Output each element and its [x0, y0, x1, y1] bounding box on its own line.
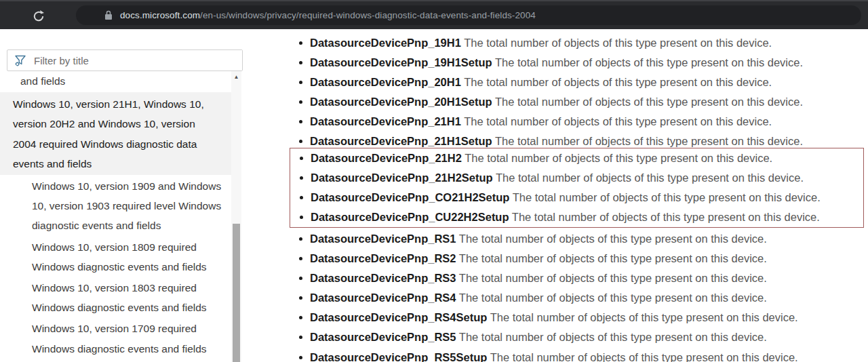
bullet-icon — [299, 257, 302, 260]
event-desc: The total number of objects of this type… — [495, 135, 803, 147]
event-desc: The total number of objects of this type… — [490, 311, 798, 323]
toc-item-1803[interactable]: Windows 10, version 1803 required Window… — [0, 278, 231, 317]
bullet-icon — [299, 296, 302, 300]
bullet-icon — [299, 41, 302, 45]
url-path: /en-us/windows/privacy/required-windows-… — [200, 10, 536, 20]
url-domain: docs.microsoft.com — [120, 10, 200, 20]
list-item: DatasourceDevicePnp_21H1 The total numbe… — [298, 112, 868, 132]
scrollbar-up-arrow-icon[interactable]: ▲ — [231, 71, 241, 83]
toc-item-selected-21h1[interactable]: Windows 10, version 21H1, Windows 10, ve… — [0, 92, 231, 175]
event-desc: The total number of objects of this type… — [513, 191, 821, 203]
bullet-icon — [299, 140, 302, 143]
toc-item-line: Windows diagnostic events and fields — [32, 339, 231, 359]
bullet-icon — [300, 176, 303, 180]
event-name: DatasourceDevicePnp_21H1 — [310, 115, 461, 127]
toc-item-partial[interactable]: and fields — [20, 71, 231, 91]
event-desc: The total number of objects of this type… — [459, 331, 767, 343]
event-name: DatasourceDevicePnp_RS1 — [310, 233, 456, 245]
toc-item-line: version 20H2 and Windows 10, version — [13, 114, 227, 134]
event-desc: The total number of objects of this type… — [459, 252, 767, 264]
list-item: DatasourceDevicePnp_20H1Setup The total … — [298, 92, 868, 112]
filter-input[interactable] — [34, 50, 242, 71]
list-item-highlighted: DatasourceDevicePnp_CO21H2Setup The tota… — [299, 188, 863, 207]
bullet-icon — [299, 81, 302, 84]
scrollbar-thumb[interactable] — [233, 224, 240, 362]
toc-item-1709[interactable]: Windows 10, version 1709 required Window… — [0, 319, 231, 358]
toc-item-1909[interactable]: Windows 10, version 1909 and Windows 10,… — [0, 176, 231, 236]
event-name: DatasourceDevicePnp_21H1Setup — [310, 135, 492, 147]
event-desc: The total number of objects of this type… — [464, 115, 772, 127]
bullet-icon — [299, 356, 302, 359]
filter-box[interactable] — [7, 49, 243, 71]
event-name: DatasourceDevicePnp_RS3 — [310, 272, 456, 284]
content-area: DatasourceDevicePnp_19H1 The total numbe… — [290, 29, 868, 362]
event-name: DatasourceDevicePnp_RS2 — [310, 252, 456, 264]
bullet-icon — [299, 277, 302, 280]
toc-list: and fields Windows 10, version 21H1, Win… — [0, 71, 231, 362]
bullet-icon — [300, 196, 303, 199]
list-item: DatasourceDevicePnp_19H1Setup The total … — [298, 53, 868, 73]
url-text: docs.microsoft.com/en-us/windows/privacy… — [120, 10, 536, 20]
bullet-icon — [299, 237, 302, 241]
event-desc: The total number of objects of this type… — [465, 152, 772, 164]
toc-item-line: Windows 10, version 1709 required — [32, 319, 231, 338]
toc-item-line: Windows diagnostic events and fields — [32, 257, 231, 277]
filter-funnel-icon — [14, 54, 28, 68]
toc-item-line: Windows 10, version 1803 required — [32, 278, 231, 298]
event-desc: The total number of objects of this type… — [496, 172, 804, 184]
event-desc: The total number of objects of this type… — [459, 233, 767, 245]
event-list: DatasourceDevicePnp_19H1 The total numbe… — [290, 29, 868, 362]
bullet-icon — [299, 120, 302, 123]
toc-item-line: Windows 10, version 21H1, Windows 10, — [13, 94, 227, 114]
event-name: DatasourceDevicePnp_CU22H2Setup — [311, 211, 509, 223]
event-name: DatasourceDevicePnp_20H1 — [310, 76, 461, 88]
toc-scrollbar[interactable]: ▲ — [231, 71, 241, 362]
list-item: DatasourceDevicePnp_RS5 The total number… — [298, 327, 868, 347]
event-name: DatasourceDevicePnp_RS5 — [310, 331, 456, 343]
toc-item-line: Windows 10, version 1809 required — [32, 237, 231, 257]
lock-icon[interactable] — [104, 10, 113, 20]
annotation-highlight-box: DatasourceDevicePnp_21H2 The total numbe… — [290, 148, 864, 228]
event-desc: The total number of objects of this type… — [495, 96, 803, 108]
toc-item-line: 2004 required Windows diagnostic data — [13, 134, 227, 154]
list-item-highlighted: DatasourceDevicePnp_CU22H2Setup The tota… — [299, 207, 863, 227]
toc-item-line: diagnostic events and fields — [32, 216, 231, 235]
list-item: DatasourceDevicePnp_RS3 The total number… — [298, 268, 868, 288]
event-desc: The total number of objects of this type… — [459, 291, 767, 304]
event-desc: The total number of objects of this type… — [459, 272, 767, 284]
list-item: DatasourceDevicePnp_RS5Setup The total n… — [298, 348, 868, 362]
list-item-highlighted: DatasourceDevicePnp_21H2 The total numbe… — [299, 148, 863, 168]
list-item-highlighted: DatasourceDevicePnp_21H2Setup The total … — [299, 168, 863, 188]
reload-icon[interactable] — [30, 7, 47, 25]
event-name: DatasourceDevicePnp_RS5Setup — [310, 351, 487, 362]
event-name: DatasourceDevicePnp_21H2Setup — [311, 172, 493, 184]
bullet-icon — [300, 216, 303, 219]
event-name: DatasourceDevicePnp_19H1Setup — [310, 56, 492, 68]
toc-item-label: and fields — [20, 71, 231, 91]
event-name: DatasourceDevicePnp_19H1 — [310, 37, 461, 49]
event-desc: The total number of objects of this type… — [512, 211, 820, 223]
event-name: DatasourceDevicePnp_21H2 — [311, 152, 462, 164]
bullet-icon — [299, 100, 302, 104]
bullet-icon — [299, 316, 302, 319]
list-item: DatasourceDevicePnp_RS2 The total number… — [298, 249, 868, 268]
list-item: DatasourceDevicePnp_19H1 The total numbe… — [298, 33, 868, 53]
list-item: DatasourceDevicePnp_RS4 The total number… — [298, 288, 868, 308]
bullet-icon — [299, 336, 302, 339]
event-desc: The total number of objects of this type… — [495, 56, 803, 68]
toc-sidebar: and fields Windows 10, version 21H1, Win… — [0, 29, 244, 362]
event-name: DatasourceDevicePnp_20H1Setup — [310, 96, 492, 108]
toc-item-1809[interactable]: Windows 10, version 1809 required Window… — [0, 237, 231, 277]
event-name: DatasourceDevicePnp_CO21H2Setup — [311, 191, 509, 203]
toc-item-line: events and fields — [13, 154, 227, 174]
toc-item-line: Windows diagnostic events and fields — [32, 298, 231, 317]
browser-toolbar: docs.microsoft.com/en-us/windows/privacy… — [0, 0, 868, 29]
address-bar[interactable]: docs.microsoft.com/en-us/windows/privacy… — [76, 5, 861, 25]
event-name: DatasourceDevicePnp_RS4 — [310, 291, 456, 304]
event-name: DatasourceDevicePnp_RS4Setup — [310, 311, 487, 323]
list-item: DatasourceDevicePnp_RS1 The total number… — [298, 229, 868, 249]
bullet-icon — [300, 157, 303, 160]
list-item: DatasourceDevicePnp_20H1 The total numbe… — [298, 73, 868, 92]
event-desc: The total number of objects of this type… — [464, 37, 772, 49]
toc-item-line: Windows 10, version 1909 and Windows — [32, 176, 231, 196]
